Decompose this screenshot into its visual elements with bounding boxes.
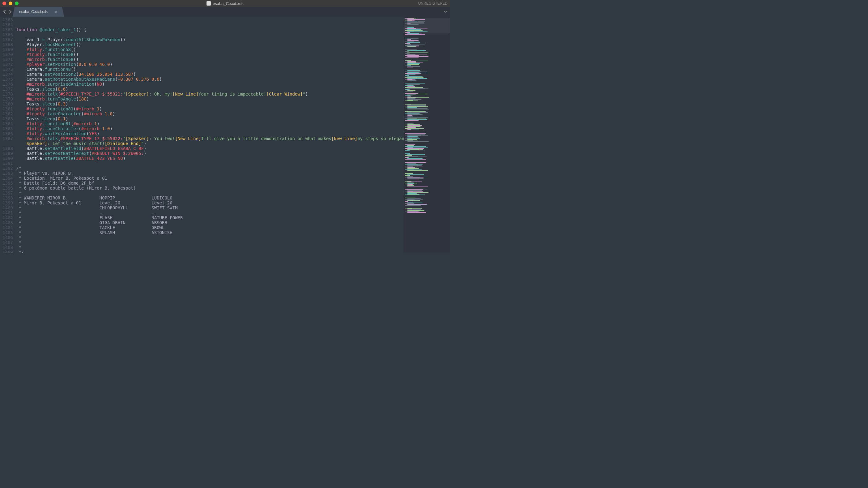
code-line[interactable]: Player.lockMovement() bbox=[16, 42, 404, 47]
code-line[interactable]: #folly.waitForAnimation(YES) bbox=[16, 131, 404, 136]
code-line[interactable]: * bbox=[16, 190, 404, 195]
line-number: 1380 bbox=[0, 101, 13, 106]
minimize-button[interactable] bbox=[9, 2, 12, 5]
nav-forward-icon[interactable] bbox=[8, 9, 12, 14]
code-line[interactable]: function @under_taker_1() { bbox=[16, 27, 404, 32]
code-line[interactable]: Camera.setPosition2(34.106 35.954 113.58… bbox=[16, 72, 404, 77]
line-number: 1403 bbox=[0, 220, 13, 225]
code-line[interactable]: #mirorb.function58() bbox=[16, 57, 404, 62]
tab-active[interactable]: esaba_C.scd.xds × bbox=[15, 7, 62, 17]
line-number: 1397 bbox=[0, 190, 13, 195]
code-line[interactable]: Tasks.sleep(0.6) bbox=[16, 87, 404, 92]
code-line[interactable]: * – – bbox=[16, 210, 404, 215]
code-line[interactable]: #folly.faceCharacter(#mirorb 1.0) bbox=[16, 126, 404, 131]
line-number: 1391 bbox=[0, 161, 13, 166]
line-number: 1365 bbox=[0, 27, 13, 32]
line-gutter: 1363136413651366136713681369137013711372… bbox=[0, 17, 16, 253]
tab-overflow-icon[interactable] bbox=[441, 7, 450, 17]
code-line[interactable]: #trudly.function81(#mirorb 1) bbox=[16, 106, 404, 111]
code-line[interactable]: #mirorb.talk(#SPEECH_TYPE_17 $:55022:"[S… bbox=[16, 136, 404, 141]
tab-close-icon[interactable]: × bbox=[55, 9, 58, 14]
line-number: 1374 bbox=[0, 72, 13, 77]
line-number: 1367 bbox=[0, 37, 13, 42]
code-line[interactable]: * FLASH NATURE POWER bbox=[16, 215, 404, 220]
nav-back-icon[interactable] bbox=[2, 9, 7, 14]
line-number: 1379 bbox=[0, 96, 13, 101]
code-line[interactable]: #folly.function58() bbox=[16, 47, 404, 52]
line-number: 1383 bbox=[0, 116, 13, 121]
code-line[interactable] bbox=[16, 17, 404, 22]
line-number: 1368 bbox=[0, 42, 13, 47]
line-number: 1372 bbox=[0, 62, 13, 67]
line-number: 1384 bbox=[0, 121, 13, 126]
window-title: esaba_C.scd.xds bbox=[207, 1, 244, 6]
code-line[interactable]: var_1 = Player.countAllShadowPokemon() bbox=[16, 37, 404, 42]
line-number: 1381 bbox=[0, 106, 13, 111]
line-number: 1404 bbox=[0, 225, 13, 230]
code-line[interactable]: * GIGA DRAIN ABSORB bbox=[16, 220, 404, 225]
minimap[interactable] bbox=[404, 17, 450, 253]
code-line[interactable]: Camera.setRotationAboutAxesRadians(-0.30… bbox=[16, 77, 404, 82]
code-line[interactable]: * CHLOROPHYLL SWIFT SWIM bbox=[16, 205, 404, 210]
tab-bar: esaba_C.scd.xds × bbox=[0, 7, 450, 17]
line-number: 1382 bbox=[0, 111, 13, 116]
code-line[interactable]: Battle.startBattle(#BATTLE_423 YES NO) bbox=[16, 156, 404, 161]
code-line[interactable]: * SPLASH ASTONISH bbox=[16, 230, 404, 235]
code-line[interactable]: Battle.setBattlefield(#BATTLEFIELD_ESABA… bbox=[16, 146, 404, 151]
code-line[interactable]: * Location: Miror B. Pokespot a 01 bbox=[16, 176, 404, 181]
line-number: 1378 bbox=[0, 92, 13, 96]
code-line[interactable]: * 6 pokémon double battle (Miror B. Poke… bbox=[16, 186, 404, 190]
line-number: 1394 bbox=[0, 176, 13, 181]
line-number: 1408 bbox=[0, 245, 13, 250]
code-line[interactable]: #mirorb.surprisedAnimation(NO) bbox=[16, 82, 404, 87]
editor: 1363136413651366136713681369137013711372… bbox=[0, 17, 450, 253]
code-line[interactable]: * bbox=[16, 235, 404, 240]
code-line[interactable] bbox=[16, 161, 404, 166]
code-line[interactable]: * TACKLE GROWL bbox=[16, 225, 404, 230]
code-line[interactable]: #trudly.function58() bbox=[16, 52, 404, 57]
line-number: 1392 bbox=[0, 166, 13, 171]
line-number: 1373 bbox=[0, 67, 13, 72]
line-number: 1390 bbox=[0, 156, 13, 161]
code-line[interactable]: #mirorb.talk(#SPEECH_TYPE_17 $:55021:"[S… bbox=[16, 92, 404, 96]
code-line[interactable] bbox=[16, 32, 404, 37]
line-number: 1363 bbox=[0, 17, 13, 22]
code-line[interactable]: Tasks.sleep(0.1) bbox=[16, 116, 404, 121]
code-line[interactable]: * WANDERER MIROR B. HOPPIP LUDICOLO bbox=[16, 195, 404, 201]
line-number: 1386 bbox=[0, 131, 13, 136]
line-number: 1388 bbox=[0, 146, 13, 151]
line-number: 1401 bbox=[0, 210, 13, 215]
code-line[interactable]: * Battle Field: D6_dome_2F_bf bbox=[16, 181, 404, 186]
line-number: 1409 bbox=[0, 250, 13, 253]
line-number: 1370 bbox=[0, 52, 13, 57]
line-number: 1387 bbox=[0, 136, 13, 141]
code-line[interactable]: #mirorb.turnToAngle(180) bbox=[16, 96, 404, 101]
line-number: 1371 bbox=[0, 57, 13, 62]
line-number: 1400 bbox=[0, 205, 13, 210]
code-line[interactable]: #player.setPosition(0.0 0.0 46.0) bbox=[16, 62, 404, 67]
close-button[interactable] bbox=[2, 2, 6, 5]
code-line[interactable]: * bbox=[16, 245, 404, 250]
line-number: 1395 bbox=[0, 181, 13, 186]
code-line[interactable]: #trudly.faceCharacter(#mirorb 1.0) bbox=[16, 111, 404, 116]
code-line[interactable]: Tasks.sleep(0.3) bbox=[16, 101, 404, 106]
code-line[interactable] bbox=[16, 22, 404, 27]
code-line[interactable]: * bbox=[16, 240, 404, 245]
file-icon bbox=[207, 1, 211, 6]
code-line[interactable]: Camera.function48() bbox=[16, 67, 404, 72]
maximize-button[interactable] bbox=[15, 2, 19, 5]
code-line[interactable]: * Miror B. Pokespot a 01 Level 20 Level … bbox=[16, 201, 404, 205]
line-number: 1389 bbox=[0, 151, 13, 156]
code-line[interactable]: Speaker]: Let the music start![Dialogue … bbox=[16, 141, 404, 146]
code-line[interactable]: #folly.function81(#mirorb 1) bbox=[16, 121, 404, 126]
code-area[interactable]: function @under_taker_1() { var_1 = Play… bbox=[16, 17, 404, 253]
code-line[interactable]: /* bbox=[16, 166, 404, 171]
code-line[interactable]: */ bbox=[16, 250, 404, 253]
window-title-text: esaba_C.scd.xds bbox=[213, 1, 244, 6]
line-number: 1399 bbox=[0, 201, 13, 205]
code-line[interactable]: Battle.setPostBattleText(#RESULT_WIN $:2… bbox=[16, 151, 404, 156]
line-number: 1398 bbox=[0, 195, 13, 201]
code-line[interactable]: * Player vs. MIROR B. bbox=[16, 171, 404, 176]
unregistered-label: UNREGISTERED bbox=[418, 1, 447, 6]
line-number: 1402 bbox=[0, 215, 13, 220]
